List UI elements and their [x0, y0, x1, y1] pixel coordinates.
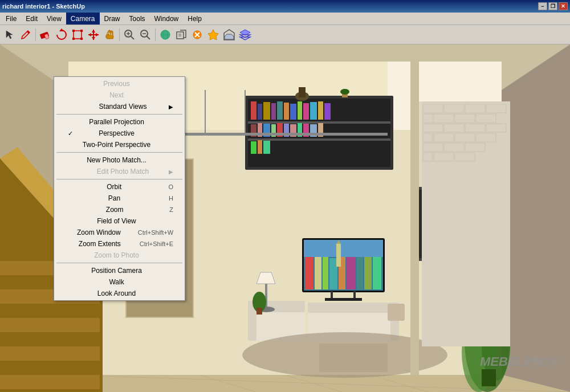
svg-rect-112 — [308, 303, 393, 313]
svg-rect-85 — [299, 87, 306, 97]
menu-camera[interactable]: Camera — [66, 13, 100, 24]
label-position-camera: Position Camera — [91, 267, 142, 275]
menu-item-look-around[interactable]: Look Around — [54, 288, 185, 299]
toolbar-hand[interactable] — [102, 27, 117, 42]
svg-rect-57 — [248, 138, 390, 141]
svg-rect-96 — [329, 258, 337, 289]
menu-item-perspective[interactable]: ✓ Perspective — [54, 128, 185, 139]
label-two-point-perspective: Two-Point Perspective — [83, 141, 150, 149]
svg-rect-82 — [258, 140, 262, 154]
svg-marker-8 — [92, 30, 95, 32]
menu-item-zoom-window[interactable]: Zoom Window Ctrl+Shift+W — [54, 227, 185, 238]
menu-help[interactable]: Help — [183, 13, 206, 24]
svg-rect-4 — [72, 30, 75, 32]
svg-rect-64 — [290, 104, 296, 120]
toolbar-export[interactable] — [174, 27, 189, 42]
svg-marker-35 — [502, 44, 570, 392]
svg-rect-59 — [258, 104, 262, 120]
toolbar-section[interactable] — [222, 27, 237, 42]
shortcut-zoom-extents: Ctrl+Shift+E — [140, 240, 173, 247]
svg-rect-102 — [304, 240, 383, 257]
menu-item-new-photo-match[interactable]: New Photo Match... — [54, 154, 185, 166]
svg-line-13 — [131, 36, 134, 39]
menu-view[interactable]: View — [42, 13, 66, 24]
svg-rect-81 — [251, 141, 256, 154]
menu-item-field-of-view[interactable]: Field of View — [54, 215, 185, 227]
toolbar-pencil[interactable] — [18, 27, 33, 42]
label-previous: Previous — [103, 80, 130, 88]
svg-rect-7 — [80, 38, 83, 40]
svg-rect-141 — [422, 101, 510, 346]
menu-item-edit-photo-match[interactable]: Edit Photo Match ▶ — [54, 166, 185, 177]
camera-dropdown-menu: Previous Next Standard Views ▶ Parallel … — [54, 76, 185, 301]
label-parallel-projection: Parallel Projection — [89, 118, 144, 126]
arrow-edit-photo-match: ▶ — [169, 169, 173, 175]
svg-marker-10 — [88, 33, 91, 36]
separator-2 — [56, 152, 182, 153]
menu-draw[interactable]: Draw — [100, 13, 125, 24]
svg-rect-6 — [72, 38, 75, 40]
svg-rect-103 — [336, 244, 341, 267]
svg-marker-26 — [208, 30, 218, 40]
menu-item-previous[interactable]: Previous — [54, 78, 185, 89]
restore-button[interactable]: ❐ — [548, 2, 557, 10]
window-title: richard interior1 - SketchUp — [2, 3, 85, 10]
toolbar-globe[interactable] — [158, 27, 173, 42]
svg-rect-52 — [0, 375, 100, 389]
toolbar-scale[interactable] — [70, 27, 85, 42]
shortcut-orbit: O — [168, 183, 173, 190]
svg-rect-61 — [271, 103, 276, 120]
menu-item-standard-views[interactable]: Standard Views ▶ — [54, 101, 185, 112]
svg-marker-9 — [92, 37, 95, 40]
toolbar-style[interactable] — [190, 27, 205, 42]
menu-item-zoom-to-photo[interactable]: Zoom to Photo — [54, 250, 185, 261]
svg-rect-49 — [0, 332, 100, 346]
svg-rect-98 — [347, 254, 356, 289]
menu-item-walk[interactable]: Walk — [54, 276, 185, 288]
menu-edit[interactable]: Edit — [21, 13, 42, 24]
main-viewport[interactable]: MEBELPROF Previous Next Standard Views ▶… — [0, 44, 570, 392]
arrow-standard-views: ▶ — [169, 104, 173, 110]
shortcut-zoom-window: Ctrl+Shift+W — [138, 229, 173, 236]
svg-point-127 — [340, 89, 349, 95]
label-field-of-view: Field of View — [97, 217, 136, 225]
menu-item-orbit[interactable]: Orbit O — [54, 181, 185, 193]
svg-rect-107 — [325, 298, 362, 301]
menu-item-next[interactable]: Next — [54, 89, 185, 101]
svg-rect-63 — [284, 103, 289, 120]
label-zoom: Zoom — [106, 206, 124, 214]
menu-file[interactable]: File — [1, 13, 21, 24]
menu-item-zoom-extents[interactable]: Zoom Extents Ctrl+Shift+E — [54, 238, 185, 250]
menu-item-zoom[interactable]: Zoom Z — [54, 204, 185, 215]
toolbar-layers[interactable] — [238, 27, 253, 42]
toolbar-zoom-in[interactable] — [122, 27, 137, 42]
title-bar: richard interior1 - SketchUp − ❐ ✕ — [0, 0, 570, 13]
toolbar-eraser[interactable] — [38, 27, 53, 42]
toolbar-rotate[interactable] — [54, 27, 69, 42]
label-orbit: Orbit — [107, 183, 121, 191]
minimize-button[interactable]: − — [538, 2, 547, 10]
svg-rect-50 — [0, 346, 100, 361]
toolbar-select[interactable] — [2, 27, 17, 42]
menu-tools[interactable]: Tools — [125, 13, 150, 24]
menu-item-position-camera[interactable]: Position Camera — [54, 265, 185, 276]
svg-rect-129 — [256, 308, 262, 315]
svg-rect-47 — [0, 304, 100, 318]
menu-item-pan[interactable]: Pan H — [54, 193, 185, 204]
svg-rect-60 — [263, 102, 270, 120]
menu-item-parallel-projection[interactable]: Parallel Projection — [54, 116, 185, 128]
toolbar-zoom-out[interactable] — [138, 27, 153, 42]
menu-window[interactable]: Window — [150, 13, 184, 24]
svg-line-17 — [146, 36, 150, 39]
close-button[interactable]: ✕ — [559, 2, 568, 10]
svg-rect-68 — [318, 101, 323, 120]
toolbar-separator-3 — [155, 28, 156, 41]
toolbar-move[interactable] — [86, 27, 101, 42]
shortcut-zoom: Z — [169, 206, 173, 213]
svg-rect-51 — [0, 361, 100, 375]
label-new-photo-match: New Photo Match... — [87, 156, 146, 164]
svg-rect-69 — [324, 103, 331, 120]
menu-item-two-point-perspective[interactable]: Two-Point Perspective — [54, 139, 185, 150]
toolbar-shadow[interactable] — [206, 27, 221, 42]
label-standard-views: Standard Views — [99, 103, 147, 111]
